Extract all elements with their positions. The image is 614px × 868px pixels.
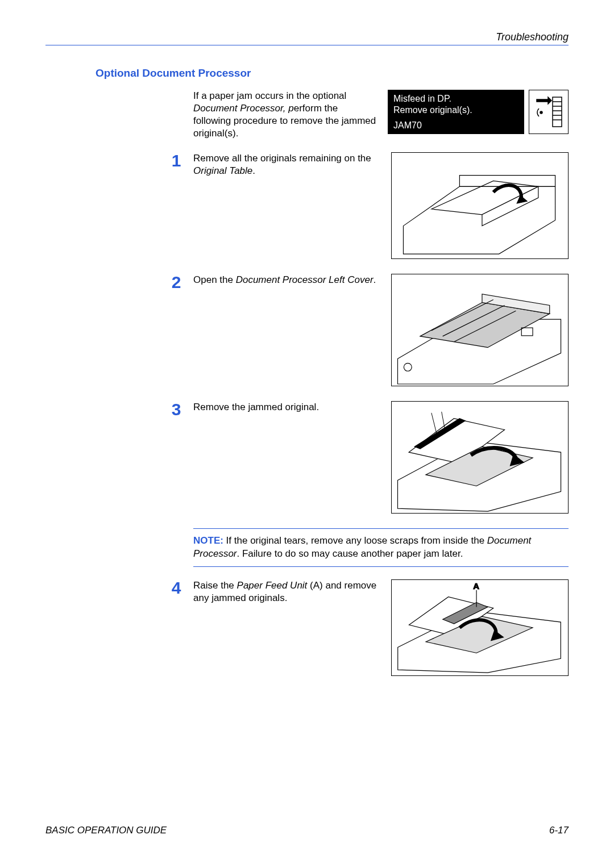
step-number-3: 3 <box>167 401 185 514</box>
step2-t3: . <box>374 274 376 285</box>
step1-t1: Remove all the originals remaining on th… <box>193 153 371 164</box>
step-number-4: 4 <box>167 579 185 676</box>
step-number-1: 1 <box>167 152 185 259</box>
svg-rect-19 <box>521 328 533 336</box>
intro-text: If a paper jam occurs in the optional Do… <box>193 90 376 140</box>
lcd-line1: Misfeed in DP. <box>393 93 518 105</box>
step-2-text: Open the Document Processor Left Cover. <box>193 274 380 386</box>
section-title: Optional Document Processor <box>96 67 569 80</box>
header-breadcrumb: Troubleshooting <box>45 31 569 45</box>
note-t1: If the original tears, remove any loose … <box>223 535 487 546</box>
svg-point-18 <box>404 364 412 372</box>
lcd-display: Misfeed in DP. Remove original(s). JAM70 <box>388 90 524 134</box>
step-2-figure <box>391 274 569 386</box>
step2-t1: Open the <box>193 274 236 285</box>
dp-icon <box>529 90 569 134</box>
lcd-panel: Misfeed in DP. Remove original(s). JAM70 <box>388 90 569 140</box>
svg-point-6 <box>540 111 542 114</box>
step3-t1: Remove the jammed original. <box>193 402 319 412</box>
step-3-text: Remove the jammed original. <box>193 401 380 514</box>
intro-part1: If a paper jam occurs in the optional <box>193 90 346 101</box>
step-1-figure <box>391 152 569 259</box>
footer-guide: BASIC OPERATION GUIDE <box>45 825 167 836</box>
note-label: NOTE: <box>193 535 223 546</box>
note-t3: . Failure to do so may cause another pap… <box>237 548 463 559</box>
step-4-figure: A <box>391 579 569 676</box>
step4-t1: Raise the <box>193 580 237 591</box>
intro-part2: Document Processor, p <box>193 103 294 114</box>
lcd-code: JAM70 <box>393 120 518 131</box>
step-1-text: Remove all the originals remaining on th… <box>193 152 380 259</box>
step1-t2: Original Table <box>193 165 252 176</box>
footer-page-number: 6-17 <box>549 825 569 836</box>
figure-label-a: A <box>473 582 479 591</box>
note-box: NOTE: If the original tears, remove any … <box>193 528 569 567</box>
svg-line-24 <box>432 413 437 436</box>
step-4-text: Raise the Paper Feed Unit (A) and remove… <box>193 579 380 676</box>
step1-t3: . <box>252 165 255 176</box>
svg-marker-10 <box>482 187 538 226</box>
step2-t2: Document Processor Left Cover <box>236 274 374 285</box>
step4-t2: Paper Feed Unit <box>237 580 308 591</box>
step-number-2: 2 <box>167 274 185 386</box>
lcd-line2: Remove original(s). <box>393 105 518 116</box>
step-3-figure <box>391 401 569 514</box>
